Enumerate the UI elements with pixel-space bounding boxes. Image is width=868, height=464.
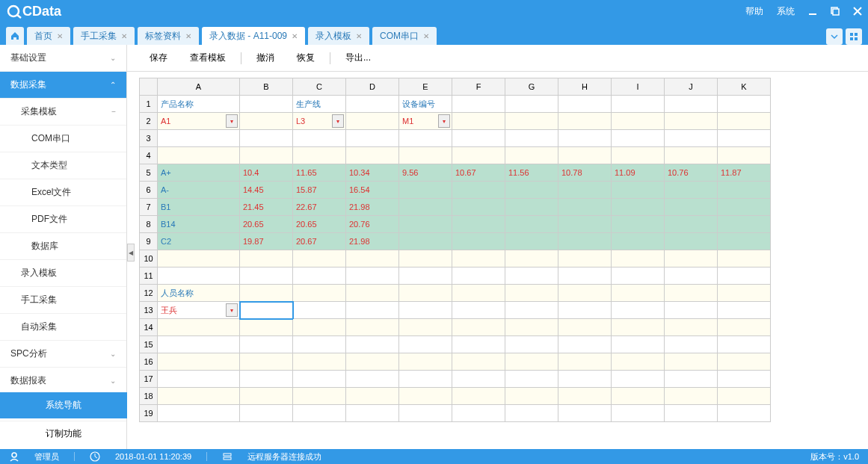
cell-10-F[interactable]: [452, 250, 505, 267]
save-button[interactable]: 保存: [142, 49, 175, 67]
cell-10-B[interactable]: [240, 250, 293, 267]
cell-17-I[interactable]: [612, 371, 665, 388]
row-header-17[interactable]: 17: [140, 371, 158, 388]
cell-11-A[interactable]: [158, 267, 240, 285]
cell-11-F[interactable]: [452, 267, 505, 285]
column-header-C[interactable]: C: [293, 78, 346, 96]
tab-2[interactable]: 标签资料✕: [138, 27, 199, 45]
cell-19-F[interactable]: [452, 405, 505, 422]
cell-9-F[interactable]: [452, 233, 505, 250]
view-template-button[interactable]: 查看模板: [182, 49, 233, 67]
cell-17-J[interactable]: [665, 371, 718, 388]
cell-14-J[interactable]: [665, 319, 718, 336]
cell-19-C[interactable]: [293, 405, 346, 422]
cell-12-K[interactable]: [718, 285, 771, 302]
cell-5-C[interactable]: 11.65: [293, 164, 346, 182]
cell-5-I[interactable]: 11.09: [612, 164, 665, 182]
cell-6-B[interactable]: 14.45: [240, 182, 293, 199]
cell-19-B[interactable]: [240, 405, 293, 422]
cell-2-F[interactable]: [452, 113, 505, 130]
close-icon[interactable]: [853, 7, 862, 16]
cell-3-J[interactable]: [665, 130, 718, 147]
cell-18-D[interactable]: [346, 388, 399, 405]
cell-16-B[interactable]: [240, 353, 293, 371]
cell-5-G[interactable]: 11.56: [505, 164, 558, 182]
column-header-E[interactable]: E: [399, 78, 452, 96]
row-header-3[interactable]: 3: [140, 130, 158, 147]
cell-18-K[interactable]: [718, 388, 771, 405]
cell-16-F[interactable]: [452, 353, 505, 371]
cell-1-D[interactable]: [346, 96, 399, 113]
cell-2-G[interactable]: [505, 113, 558, 130]
cell-17-F[interactable]: [452, 371, 505, 388]
tab-dropdown-button[interactable]: [826, 28, 843, 45]
cell-12-G[interactable]: [505, 285, 558, 302]
export-button[interactable]: 导出...: [338, 49, 378, 67]
cell-1-F[interactable]: [452, 96, 505, 113]
cell-13-D[interactable]: [346, 302, 399, 319]
cell-14-G[interactable]: [505, 319, 558, 336]
cell-18-C[interactable]: [293, 388, 346, 405]
cell-9-G[interactable]: [505, 233, 558, 250]
cell-4-C[interactable]: [293, 147, 346, 164]
column-header-D[interactable]: D: [346, 78, 399, 96]
sidebar-item-8[interactable]: 录入模板: [0, 260, 126, 287]
cell-5-E[interactable]: 9.56: [399, 164, 452, 182]
cell-9-A[interactable]: C2: [158, 233, 240, 250]
cell-11-C[interactable]: [293, 267, 346, 285]
cell-7-K[interactable]: [718, 199, 771, 216]
cell-3-H[interactable]: [558, 130, 612, 147]
tab-close-icon[interactable]: ✕: [121, 32, 127, 40]
cell-8-G[interactable]: [505, 216, 558, 233]
cell-13-A[interactable]: 王兵▾: [158, 302, 240, 319]
dropdown-button[interactable]: ▾: [438, 114, 450, 128]
cell-8-E[interactable]: [399, 216, 452, 233]
cell-17-C[interactable]: [293, 371, 346, 388]
tab-close-icon[interactable]: ✕: [185, 32, 191, 40]
column-header-G[interactable]: G: [505, 78, 558, 96]
cell-3-G[interactable]: [505, 130, 558, 147]
sidebar-item-0[interactable]: 基础设置⌄: [0, 45, 126, 72]
row-header-4[interactable]: 4: [140, 147, 158, 164]
cell-17-B[interactable]: [240, 371, 293, 388]
cell-13-F[interactable]: [452, 302, 505, 319]
column-header-A[interactable]: A: [158, 78, 240, 96]
cell-19-I[interactable]: [612, 405, 665, 422]
cell-11-K[interactable]: [718, 267, 771, 285]
sidebar-item-9[interactable]: 手工采集: [0, 287, 126, 314]
column-header-H[interactable]: H: [558, 78, 612, 96]
cell-6-D[interactable]: 16.54: [346, 182, 399, 199]
cell-16-K[interactable]: [718, 353, 771, 371]
cell-5-D[interactable]: 10.34: [346, 164, 399, 182]
cell-15-D[interactable]: [346, 336, 399, 353]
cell-15-B[interactable]: [240, 336, 293, 353]
cell-8-B[interactable]: 20.65: [240, 216, 293, 233]
cell-6-K[interactable]: [718, 182, 771, 199]
cell-14-F[interactable]: [452, 319, 505, 336]
cell-6-C[interactable]: 15.87: [293, 182, 346, 199]
cell-13-H[interactable]: [558, 302, 612, 319]
cell-3-D[interactable]: [346, 130, 399, 147]
cell-1-B[interactable]: [240, 96, 293, 113]
sidebar-item-11[interactable]: SPC分析⌄: [0, 341, 126, 368]
cell-15-A[interactable]: [158, 336, 240, 353]
cell-6-H[interactable]: [558, 182, 612, 199]
cell-5-B[interactable]: 10.4: [240, 164, 293, 182]
cell-11-H[interactable]: [558, 267, 612, 285]
cell-9-K[interactable]: [718, 233, 771, 250]
cell-15-J[interactable]: [665, 336, 718, 353]
undo-button[interactable]: 撤消: [249, 49, 282, 67]
cell-10-D[interactable]: [346, 250, 399, 267]
cell-14-I[interactable]: [612, 319, 665, 336]
cell-1-J[interactable]: [665, 96, 718, 113]
cell-1-K[interactable]: [718, 96, 771, 113]
cell-9-I[interactable]: [612, 233, 665, 250]
cell-15-H[interactable]: [558, 336, 612, 353]
dropdown-button[interactable]: ▾: [226, 303, 238, 317]
sidebar-item-10[interactable]: 自动采集: [0, 314, 126, 341]
column-header-K[interactable]: K: [718, 78, 771, 96]
sidebar-item-3[interactable]: COM串口: [0, 126, 126, 152]
row-header-7[interactable]: 7: [140, 199, 158, 216]
cell-4-J[interactable]: [665, 147, 718, 164]
row-header-9[interactable]: 9: [140, 233, 158, 250]
